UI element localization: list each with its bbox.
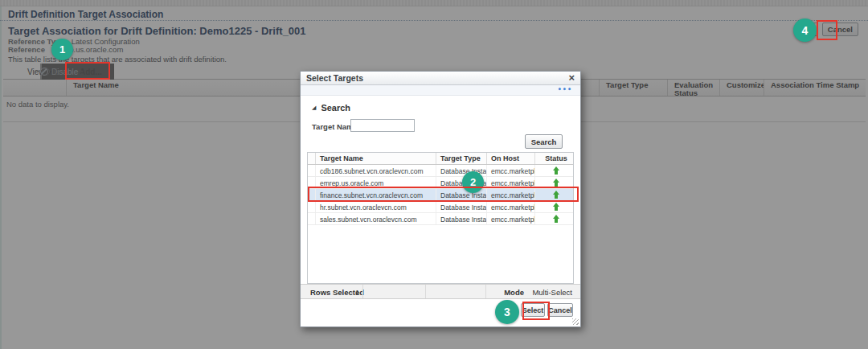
dialog-title-bar[interactable]: Select Targets × — [301, 72, 580, 85]
dialog-panel-splitter[interactable]: ••• — [301, 85, 580, 96]
on-host-cell: emcc.marketpla... — [486, 213, 534, 224]
splitter-dots-icon[interactable]: ••• — [558, 86, 572, 93]
dialog-title: Select Targets — [306, 73, 363, 83]
mode-value: Multi-Select — [532, 288, 572, 297]
status-up-icon — [552, 203, 561, 211]
status-bar-divider — [425, 285, 426, 298]
search-section-header[interactable]: ◢ Search — [312, 103, 350, 113]
mode-label: Mode — [504, 288, 524, 297]
resize-handle[interactable] — [572, 318, 579, 325]
annotation-badge-4: 4 — [793, 18, 817, 42]
target-name-cell[interactable]: sales.subnet.vcn.oraclevcn.com — [315, 213, 436, 224]
targets-table-header: Target Name Target Type On Host Status — [308, 153, 573, 165]
highlight-box-add-button — [65, 62, 110, 80]
status-cell — [534, 201, 573, 212]
target-row-cdb186[interactable]: cdb186.subnet.vcn.oraclevcn.com Database… — [308, 165, 573, 177]
target-row-sales[interactable]: sales.subnet.vcn.oraclevcn.com Database … — [308, 213, 573, 225]
dialog-body: ◢ Search Target Name Search Target Name … — [301, 96, 580, 326]
close-icon[interactable]: × — [568, 72, 575, 84]
highlight-box-select-button — [522, 302, 550, 320]
row-selector-cell[interactable] — [308, 165, 315, 176]
column-header-target-type[interactable]: Target Type — [436, 153, 486, 164]
column-header-on-host[interactable]: On Host — [486, 153, 534, 164]
target-type-cell: Database Insta... — [436, 201, 486, 212]
status-up-icon — [552, 166, 561, 174]
annotation-badge-1: 1 — [51, 39, 73, 60]
row-selector-cell[interactable] — [308, 213, 315, 224]
screen: Drift Definition Target Association Targ… — [0, 0, 868, 349]
target-type-cell: Database Insta... — [436, 213, 486, 224]
annotation-badge-3: 3 — [495, 300, 519, 324]
row-selector-header — [308, 153, 315, 164]
search-button[interactable]: Search — [525, 134, 563, 149]
target-name-input[interactable] — [350, 119, 415, 132]
targets-table: Target Name Target Type On Host Status c… — [307, 152, 574, 284]
highlight-box-finance-row — [308, 187, 579, 202]
target-row-hr[interactable]: hr.subnet.vcn.oraclevcn.com Database Ins… — [308, 201, 573, 213]
search-section-label: Search — [321, 103, 350, 113]
column-header-status[interactable]: Status — [534, 153, 573, 164]
on-host-cell: emcc.marketpla... — [486, 165, 534, 176]
status-bar-divider — [485, 285, 486, 298]
row-selector-cell[interactable] — [308, 201, 315, 212]
disclosure-triangle-icon[interactable]: ◢ — [312, 105, 316, 111]
status-bar-divider — [362, 285, 363, 298]
status-cell — [534, 213, 573, 224]
status-cell — [534, 165, 573, 176]
target-name-cell[interactable]: cdb186.subnet.vcn.oraclevcn.com — [315, 165, 436, 176]
status-up-icon — [552, 215, 561, 223]
highlight-box-ok-button — [817, 20, 837, 40]
column-header-target-name[interactable]: Target Name — [315, 153, 436, 164]
target-name-cell[interactable]: hr.subnet.vcn.oraclevcn.com — [315, 201, 436, 212]
status-up-icon — [552, 179, 561, 187]
on-host-cell: emcc.marketpla... — [486, 201, 534, 212]
rows-selected-value: 1 — [355, 288, 359, 297]
dialog-cancel-button[interactable]: Cancel — [547, 303, 573, 317]
